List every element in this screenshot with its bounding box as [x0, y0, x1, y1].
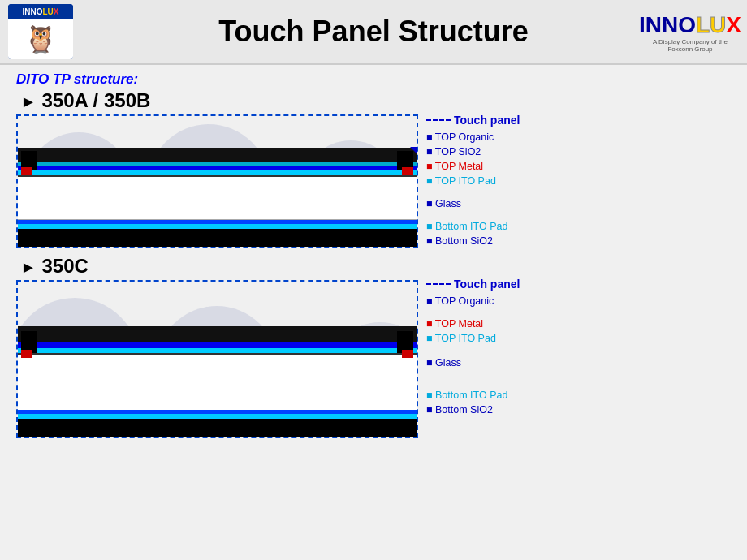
glass-body-1: [18, 175, 417, 220]
gap-2: [426, 211, 520, 219]
logo-right: INNOLUX A Display Company of the Foxconn…: [641, 8, 739, 57]
layer-top-ito-1: ■ TOP ITO Pad: [426, 174, 520, 188]
layer-labels-2: ■ TOP Organic ■ TOP Metal ■ TOP ITO Pad …: [426, 294, 520, 417]
dito-label: DITO TP structure:: [16, 71, 731, 88]
labels-section-2: Touch panel ■ TOP Organic ■ TOP Metal ■ …: [426, 255, 520, 417]
layer-labels-1: ■ TOP Organic ■ TOP SiO2 ■ TOP Metal ■ T…: [426, 130, 520, 248]
layer-top-organic-2: ■ TOP Organic: [426, 294, 520, 308]
layer-glass-1: ■ Glass: [426, 196, 520, 211]
top-organic-layer-1: [18, 148, 417, 162]
right-electrode-red-1: [402, 167, 413, 175]
gap-5: [426, 370, 520, 388]
tp-line-1: [426, 119, 451, 121]
bottom-black-bar-2: [18, 419, 417, 437]
tp-line-2: [426, 283, 451, 285]
logo-right-sub: A Display Company of the Foxconn Group: [641, 38, 739, 53]
bottom-ito-layer-2: [18, 410, 417, 414]
touch-panel-pointer-1: Touch panel: [426, 114, 520, 127]
layer-top-metal-2: ■ TOP Metal: [426, 317, 520, 331]
top-ito-layer-2: [18, 348, 417, 353]
bottom-ito-layer-1: [18, 220, 417, 224]
gap-4: [426, 346, 520, 355]
top-metal-layer-2: [18, 342, 417, 348]
layer-top-ito-2: ■ TOP ITO Pad: [426, 331, 520, 346]
arrow-icon-2: ►: [20, 258, 37, 276]
left-electrode-red-2: [21, 350, 32, 358]
top-sio2-layer-1: [18, 162, 417, 166]
layer-top-organic-1: ■ TOP Organic: [426, 130, 520, 144]
arrow-icon-1: ►: [20, 93, 37, 110]
layer-top-sio2-1: ■ TOP SiO2: [426, 144, 520, 159]
layer-bottom-sio2-2: ■ Bottom SiO2: [426, 403, 520, 417]
gap-3: [426, 308, 520, 317]
header: INNOLUX 🦉 Touch Panel Structure INNOLUX …: [0, 0, 747, 65]
touch-panel-label-2: Touch panel: [454, 278, 520, 291]
layer-bottom-ito-1: ■ Bottom ITO Pad: [426, 219, 520, 234]
bottom-black-bar-1: [18, 229, 417, 247]
layer-top-metal-1: ■ TOP Metal: [426, 159, 520, 174]
top-organic-layer-2: [18, 326, 417, 342]
section2-title: ► 350C: [20, 255, 418, 278]
diagram-box-2: [16, 280, 418, 438]
gap-1: [426, 188, 520, 196]
diagram-box-1: GLASS: [16, 114, 418, 248]
layer-bottom-sio2-1: ■ Bottom SiO2: [426, 234, 520, 248]
logo-left-brand: INNOLUX: [8, 4, 73, 19]
bottom-sio2-layer-1: [18, 224, 417, 229]
bottom-sio2-layer-2: [18, 414, 417, 419]
page-title: Touch Panel Structure: [218, 15, 528, 49]
main-content: DITO TP structure: ► 350A / 350B GLASS: [0, 65, 747, 445]
glass-body-2: [18, 353, 417, 410]
logo-right-text: INNOLUX: [639, 12, 741, 38]
layer-glass-2: ■ Glass: [426, 355, 520, 370]
layer-bottom-ito-2: ■ Bottom ITO Pad: [426, 388, 520, 403]
logo-owl-icon: 🦉: [8, 19, 73, 59]
top-ito-layer-1: [18, 170, 417, 175]
top-metal-layer-1: [18, 166, 417, 170]
touch-panel-pointer-2: Touch panel: [426, 278, 520, 291]
arrow-top-1: [410, 147, 417, 153]
labels-section-1: Touch panel ■ TOP Organic ■ TOP SiO2 ■ T…: [426, 89, 520, 248]
right-electrode-red-2: [402, 350, 413, 358]
section1-title: ► 350A / 350B: [20, 89, 418, 112]
logo-left: INNOLUX 🦉: [8, 4, 73, 59]
touch-panel-label-1: Touch panel: [454, 114, 520, 127]
left-electrode-red-1: [21, 167, 32, 175]
